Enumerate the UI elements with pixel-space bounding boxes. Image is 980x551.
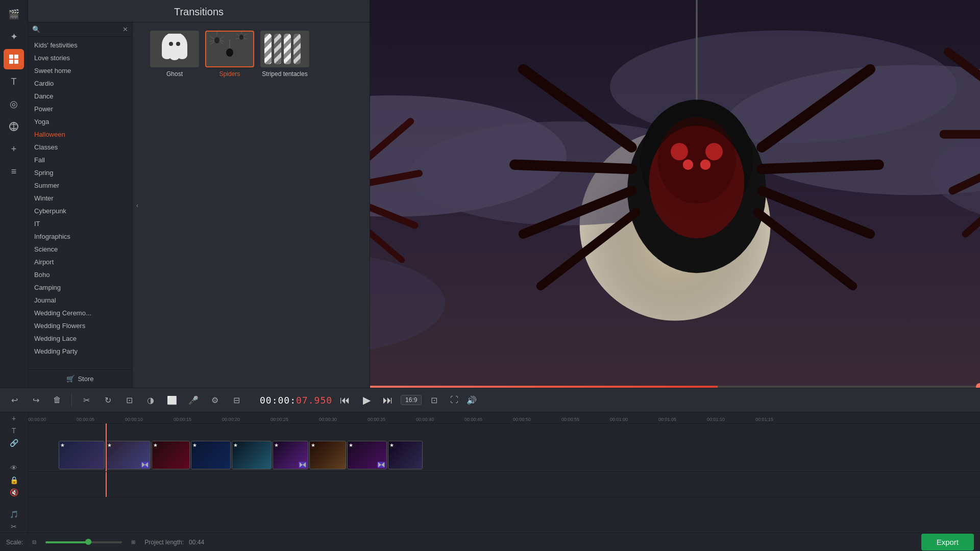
undo-button[interactable]: ↩ [6,392,22,408]
collapse-arrow[interactable]: ‹ [133,202,142,209]
scale-slider[interactable] [45,541,122,543]
sliders-button[interactable]: ⊟ [228,392,244,408]
scale-max-icon[interactable]: ⊞ [127,536,139,548]
text-track-icon[interactable]: T [8,427,20,435]
category-item[interactable]: Love stories [28,52,132,64]
category-item[interactable]: Camping [28,281,132,294]
sidebar-icon-filter[interactable]: ◎ [4,94,24,114]
category-item[interactable]: Classes [28,141,132,154]
category-item[interactable]: Winter [28,192,132,205]
mic-button[interactable]: 🎤 [185,392,202,408]
add-track-button[interactable]: + [8,414,20,422]
category-item[interactable]: Wedding Flowers [28,319,132,332]
category-item-halloween[interactable]: Halloween [28,128,132,141]
category-item[interactable]: Power [28,103,132,115]
category-item[interactable]: Cardio [28,77,132,90]
sidebar-icon-audio[interactable]: ≡ [4,161,24,182]
category-item[interactable]: Wedding Lace [28,332,132,345]
volume-icon[interactable]: 🔊 [467,395,477,405]
category-item[interactable]: Wedding Party [28,345,132,358]
skip-back-button[interactable]: ⏮ [336,391,354,409]
scale-slider-thumb [85,539,91,545]
category-item[interactable]: Airport [28,256,132,268]
scale-min-icon[interactable]: ⊟ [28,536,40,548]
link-icon[interactable]: 🔗 [8,439,20,447]
cut-button[interactable]: ✂ [78,392,94,408]
svg-point-79 [705,143,723,160]
category-item[interactable]: Dance [28,90,132,103]
transition-striped-thumb[interactable] [260,31,309,67]
category-item[interactable]: Summer [28,179,132,192]
search-input[interactable] [42,26,120,33]
sidebar-icons: 🎬 ✦ T ◎ + ≡ [0,0,28,388]
svg-rect-37 [284,34,291,64]
mute-icon[interactable]: 🔇 [8,488,20,496]
category-item[interactable]: Yoga [28,115,132,128]
preview-canvas [370,0,980,386]
sidebar-icon-magic[interactable]: ✦ [4,27,24,47]
category-item[interactable]: Kids' festivities [28,39,132,52]
store-icon: 🛒 [66,375,75,383]
sidebar-icon-film[interactable]: 🎬 [4,4,24,24]
category-item[interactable]: Journal [28,294,132,307]
sidebar-icon-motion[interactable] [4,116,24,137]
ruler-mark: 00:00:50 [513,417,531,422]
redo-button[interactable]: ↪ [28,392,44,408]
preview-scrubber[interactable] [976,383,980,388]
window-icon[interactable]: ⊡ [426,392,442,408]
music-icon[interactable]: 🎵 [8,510,20,518]
category-item[interactable]: IT [28,217,132,230]
video-clip[interactable]: ★ [152,441,190,469]
export-button[interactable]: Export [921,534,974,550]
category-item[interactable]: Science [28,243,132,256]
video-clip[interactable]: ★ [388,441,423,469]
sidebar-icon-add[interactable]: + [4,139,24,159]
category-item[interactable]: Cyberpunk [28,205,132,217]
sidebar-icon-effects[interactable] [4,49,24,69]
aspect-ratio-badge[interactable]: 16:9 [401,395,422,405]
video-clip[interactable]: ★ [59,441,105,469]
svg-marker-98 [300,462,303,467]
scale-bar: Scale: ⊟ ⊞ Project length: 00:44 Export [0,533,980,551]
transition-striped[interactable]: Striped tentacles [260,31,309,78]
category-item[interactable]: Spring [28,166,132,179]
category-item[interactable]: Infographics [28,230,132,243]
clip-transition-marker [299,462,307,468]
video-clip[interactable]: ★ [106,441,151,469]
svg-marker-100 [378,462,381,467]
video-clip[interactable]: ★ [347,441,387,469]
svg-point-13 [214,37,219,43]
category-item[interactable]: Wedding Ceremo... [28,307,132,319]
search-close-icon[interactable]: ✕ [122,26,128,33]
transition-spiders[interactable]: Spiders [205,31,254,78]
category-item[interactable]: Boho [28,268,132,281]
video-clip[interactable]: ★ [191,441,231,469]
skip-forward-button[interactable]: ⏭ [379,391,397,409]
transition-ghost-thumb[interactable] [150,31,199,67]
video-clip[interactable]: ★ [309,441,346,469]
fullscreen-icon[interactable]: ⛶ [446,392,462,408]
transition-spiders-thumb[interactable] [205,31,254,67]
settings-button[interactable]: ⚙ [207,392,223,408]
store-button[interactable]: 🛒 Store [28,369,132,388]
clip-thumbnail: ★ [191,441,230,469]
eye-icon[interactable]: 👁 [8,464,20,472]
color-button[interactable]: ◑ [142,392,159,408]
delete-button[interactable]: 🗑 [49,392,65,408]
scissors-icon[interactable]: ✂ [8,522,20,531]
timeline-ruler: 00:00:00 00:00:05 00:00:10 00:00:15 00:0… [28,412,980,423]
crop-button[interactable]: ⊡ [121,392,137,408]
transition-ghost[interactable]: Ghost [150,31,199,78]
image-button[interactable]: ⬜ [164,392,180,408]
repeat-button[interactable]: ↻ [100,392,116,408]
video-clip[interactable]: ★ [232,441,272,469]
play-pause-button[interactable]: ▶ [358,391,375,409]
category-item[interactable]: Sweet home [28,64,132,77]
category-item[interactable]: Fall [28,154,132,166]
video-clip[interactable]: ★ [273,441,308,469]
sidebar-icon-text[interactable]: T [4,71,24,92]
preview-progress[interactable] [370,386,980,388]
video-track: ★ ★ [28,439,980,472]
svg-line-31 [233,54,238,58]
lock-icon[interactable]: 🔒 [8,476,20,484]
